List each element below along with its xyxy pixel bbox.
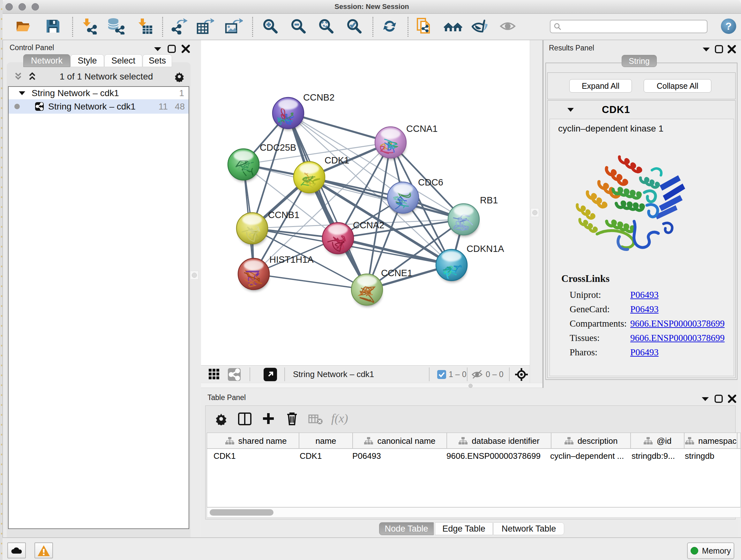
svg-text:CDC6: CDC6 xyxy=(418,177,443,187)
svg-text:CCNE1: CCNE1 xyxy=(381,268,412,278)
svg-text:CCNA2: CCNA2 xyxy=(353,220,384,230)
svg-text:HIST1H1A: HIST1H1A xyxy=(269,254,314,265)
svg-text:CDK1: CDK1 xyxy=(325,155,349,165)
svg-text:CDKN1A: CDKN1A xyxy=(467,244,504,254)
svg-text:CCNA1: CCNA1 xyxy=(406,124,437,134)
svg-text:RB1: RB1 xyxy=(480,195,498,205)
svg-text:CCNB1: CCNB1 xyxy=(268,210,299,220)
svg-text:?: ? xyxy=(725,20,732,32)
svg-text:CDC25B: CDC25B xyxy=(260,142,296,152)
svg-text:CCNB2: CCNB2 xyxy=(303,92,334,103)
